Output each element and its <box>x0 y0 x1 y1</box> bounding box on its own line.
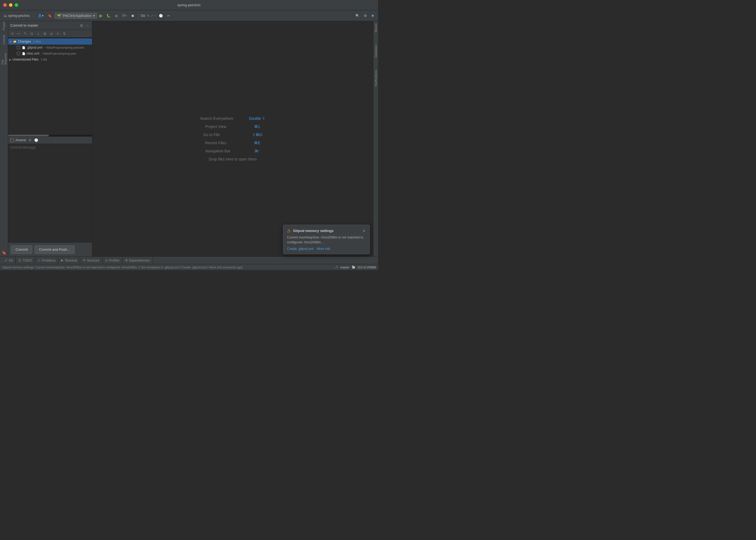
toast-create-link[interactable]: Create .gitpod.yml <box>287 247 314 251</box>
run-config-selector[interactable]: 🌱 PetClinicApplication ▾ <box>55 13 97 19</box>
sidebar-item-commit[interactable]: Commit <box>0 36 8 44</box>
sidebar-item-pullrequests[interactable]: Pull Requests <box>0 55 8 63</box>
run-config-chevron: ▾ <box>93 14 95 18</box>
traffic-light-fullscreen[interactable] <box>15 3 18 7</box>
sidebar-item-project[interactable]: Project <box>0 22 8 30</box>
debug-btn[interactable]: 🐛 <box>105 12 112 20</box>
file-icon-gitpod: 📄 <box>22 46 26 50</box>
hint-drop-files: Drop files here to open them <box>209 157 257 161</box>
right-panel-database[interactable]: Database <box>374 43 377 60</box>
commit-minimize-btn[interactable]: − <box>85 23 90 28</box>
go-to-file-key: ⇧⌘O <box>252 133 262 137</box>
git-push-icon: ↑ <box>155 14 156 18</box>
settings-btn[interactable]: ⚙ <box>362 12 368 20</box>
main-layout: Project Commit Pull Requests 🔖 Commit to… <box>0 21 378 256</box>
toast-warning-icon: ⚠ <box>287 228 291 233</box>
tree-group-changes: ▼ 📁 Changes 2 files 📄 .gitpod.yml ~/Idea… <box>8 39 92 57</box>
tree-group-unversioned: ▶ Unversioned Files 1 file <box>8 57 92 63</box>
file-checkbox-gitpod[interactable] <box>17 46 20 49</box>
go-to-file-label: Go to File <box>203 133 247 137</box>
tab-services[interactable]: ⚙ Services <box>80 257 102 264</box>
search-everywhere-label: Search Everywhere <box>200 116 244 121</box>
coverage-btn[interactable]: ◎ <box>113 12 119 20</box>
navigation-bar-label: Navigation Bar <box>205 149 249 153</box>
commit-message-area[interactable]: Commit Message <box>8 144 92 242</box>
amend-checkbox[interactable] <box>10 139 14 142</box>
tree-group-changes-header[interactable]: ▼ 📁 Changes 2 files <box>8 39 92 45</box>
profiler-tab-icon: ◎ <box>105 259 108 262</box>
hint-search-everywhere: Search Everywhere Double ⇧ <box>200 116 265 121</box>
commit-button[interactable]: Commit <box>11 245 32 254</box>
recent-files-key: ⌘E <box>254 141 260 145</box>
commit-and-push-button[interactable]: Commit and Push... <box>35 245 75 254</box>
run-button[interactable]: ▶ <box>98 13 104 18</box>
branch-name[interactable]: master <box>340 266 349 269</box>
file-checkbox-misc[interactable] <box>17 52 20 55</box>
hint-recent-files: Recent Files ⌘E <box>205 141 260 145</box>
traffic-light-minimize[interactable] <box>9 3 13 7</box>
tab-profiler[interactable]: ◎ Profiler <box>102 257 122 264</box>
tab-terminal[interactable]: ▶ Terminal <box>59 257 80 264</box>
filter-btn[interactable]: ◎ <box>48 31 54 37</box>
git-label: Git: <box>141 14 146 18</box>
refresh-btn[interactable]: ↺ <box>9 31 15 37</box>
commit-message-placeholder: Commit Message <box>10 146 36 149</box>
project-menu-btn[interactable]: 🗂 spring-petclinic <box>2 12 32 20</box>
file-tree: ▼ 📁 Changes 2 files 📄 .gitpod.yml ~/Idea… <box>8 38 92 135</box>
commit-panel-title: Commit to master <box>10 23 38 28</box>
tab-git[interactable]: ⎇ Git <box>1 257 16 264</box>
rollback-btn[interactable]: ↩ <box>16 31 22 37</box>
git-undo-btn[interactable]: ↩ <box>166 12 172 20</box>
tree-group-unversioned-header[interactable]: ▶ Unversioned Files 1 file <box>8 57 92 63</box>
traffic-light-close[interactable] <box>3 3 7 7</box>
diff-btn[interactable]: ⊡ <box>29 31 35 37</box>
right-panels: Maven Database Notifications <box>373 21 378 256</box>
status-bar-left: Gitpod memory settings: Current maxHeapS… <box>2 266 332 269</box>
tab-problems[interactable]: ⚠ Problems <box>35 257 59 264</box>
toast-header: ⚠ Gitpod memory settings ✕ <box>287 228 366 233</box>
expand-btn[interactable]: ⇅ <box>62 31 67 37</box>
search-everywhere-btn[interactable]: 🔍 <box>354 12 361 20</box>
filepath-misc: ~/IdeaProjects/spring-petc <box>42 52 76 55</box>
right-panel-maven[interactable]: Maven <box>374 21 377 35</box>
tab-dependencies[interactable]: ⊞ Dependencies <box>122 257 153 264</box>
amend-settings-icon[interactable]: ⚙ <box>29 138 32 142</box>
hint-navigation-bar: Navigation Bar ⌘↑ <box>205 149 260 153</box>
update-btn[interactable]: ⤓ <box>35 31 41 37</box>
amend-history-icon[interactable]: 🕐 <box>34 138 38 142</box>
bookmark-nav-btn[interactable]: 🔖 <box>46 12 54 20</box>
unversioned-arrow: ▶ <box>9 58 11 61</box>
stop-btn[interactable]: ⏹ <box>130 12 136 20</box>
window-title: spring-petclinic <box>177 3 201 7</box>
project-name: spring-petclinic <box>8 14 30 18</box>
toast-moreinfo-link[interactable]: More info <box>316 247 330 251</box>
toast-close-btn[interactable]: ✕ <box>362 229 366 233</box>
run-config-name: PetClinicApplication <box>63 14 91 18</box>
group-btn[interactable]: ⊞ <box>42 31 48 37</box>
profiler-btn[interactable]: ⏱▾ <box>120 12 128 20</box>
right-panel-notifications[interactable]: Notifications <box>374 68 377 88</box>
commit-toolbar: ↺ ↩ ✎ ⊡ ⤓ ⊞ ◎ ≡ ⇅ <box>8 30 92 38</box>
status-bar: Gitpod memory settings: Current maxHeapS… <box>0 264 378 270</box>
commit-settings-btn[interactable]: ⚙ <box>79 23 84 28</box>
git-history-btn[interactable]: 🕐 <box>157 12 165 20</box>
toolbar-separator-2 <box>138 13 139 19</box>
status-bar-right: ⎇ master 🐏 313 of 2096M <box>334 265 376 269</box>
dependencies-tab-label: Dependencies <box>129 259 150 262</box>
notification-toast: ⚠ Gitpod memory settings ✕ Current maxHe… <box>283 225 370 254</box>
profile-btn[interactable]: 👤▾ <box>36 12 45 20</box>
list-item[interactable]: 📄 misc.xml ~/IdeaProjects/spring-petc <box>8 51 92 57</box>
amend-row: Amend ⚙ 🕐 <box>8 136 92 144</box>
commit-panel-header: Commit to master ⚙ − <box>8 21 92 30</box>
sort-btn[interactable]: ≡ <box>55 31 61 37</box>
unversioned-label: Unversioned Files <box>13 58 39 62</box>
bookmark-icon[interactable]: 🔖 <box>0 249 8 256</box>
tab-todo[interactable]: ☰ TODO <box>16 257 35 264</box>
problems-tab-icon: ⚠ <box>38 259 41 262</box>
search-everywhere-key: Double ⇧ <box>249 116 265 121</box>
list-item[interactable]: 📄 .gitpod.yml ~/IdeaProjects/spring-petc… <box>8 45 92 51</box>
memory-icon: 🐏 <box>352 265 355 269</box>
edit-btn[interactable]: ✎ <box>22 31 28 37</box>
recent-files-label: Recent Files <box>205 141 248 145</box>
header-actions: ⚙ − <box>79 23 90 28</box>
